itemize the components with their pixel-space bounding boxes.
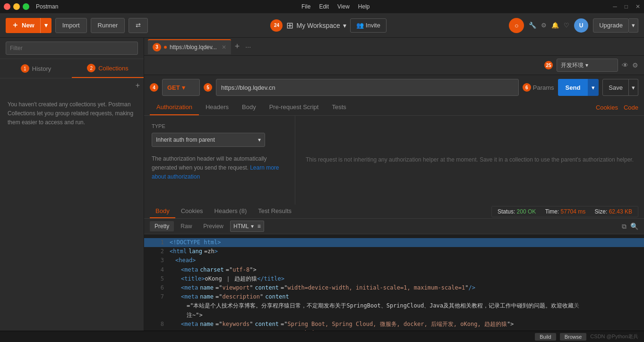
auth-description: The authorization header will be automat… xyxy=(152,154,287,182)
tab-close-icon[interactable]: ✕ xyxy=(222,44,226,51)
close-btn[interactable]: ✕ xyxy=(635,3,640,10)
code-line-1: 1 <!DOCTYPE html> xyxy=(144,238,644,247)
tab-modified-dot xyxy=(164,46,167,49)
code-actions: ⧉ 🔍 xyxy=(622,222,638,231)
time-label: Time: xyxy=(545,208,559,215)
status-label: Status: xyxy=(498,208,515,215)
settings-icon[interactable]: ⚙ xyxy=(541,22,547,29)
runner-button[interactable]: Runner xyxy=(91,18,125,33)
restore-btn[interactable]: □ xyxy=(625,3,628,10)
watermark: CSDN @Python老兵 xyxy=(590,333,638,340)
env-selector[interactable]: 开发环境 ▾ xyxy=(557,59,618,72)
workspace-center: 24 ⊞ My Workspace ▾ 👥 Invite xyxy=(152,18,505,33)
code-line-2: 2 <html lang=zh> xyxy=(144,247,644,256)
workspace-selector[interactable]: ⊞ My Workspace ▾ xyxy=(286,20,346,31)
env-gear-button[interactable]: ⚙ xyxy=(632,61,638,69)
toolbar: ＋ New ▾ Import Runner ⇄ 24 ⊞ My Workspac… xyxy=(0,13,644,38)
code-line-9: 9 <meta property="og:type" content="webs… xyxy=(144,329,644,331)
workspace-name: My Workspace xyxy=(296,22,340,29)
history-label: History xyxy=(32,65,51,72)
upgrade-dropdown[interactable]: ▾ xyxy=(629,18,638,33)
resp-tab-body[interactable]: Body xyxy=(150,205,175,218)
request-subtabs: Authorization Headers Body Pre-request S… xyxy=(144,100,644,116)
request-tab[interactable]: 3 https://blog.lqdev... ✕ xyxy=(148,39,231,54)
maximize-icon[interactable] xyxy=(23,3,29,10)
bell-icon[interactable]: 🔔 xyxy=(551,22,559,29)
code-format-selector[interactable]: HTML ▾ ≡ xyxy=(230,221,264,232)
save-button[interactable]: Save xyxy=(602,79,629,96)
tab-tests[interactable]: Tests xyxy=(325,100,352,115)
resp-tab-cookies[interactable]: Cookies xyxy=(175,205,209,218)
browse-button[interactable]: Browse xyxy=(560,333,587,341)
tab-body[interactable]: Body xyxy=(235,100,263,115)
auth-right-panel: This request is not inheriting any autho… xyxy=(295,116,644,205)
sidebar-tab-collections[interactable]: 2 Collections xyxy=(72,59,144,78)
save-dropdown[interactable]: ▾ xyxy=(629,79,638,96)
cookies-link[interactable]: Cookies xyxy=(596,104,618,111)
avatar[interactable]: U xyxy=(574,18,588,33)
code-line-5: 5 <title> oKong ｜ 趋超的猿 </title> xyxy=(144,274,644,283)
more-tabs-button[interactable]: ··· xyxy=(243,43,253,51)
code-search-button[interactable]: 🔍 xyxy=(630,222,638,231)
history-num-badge: 1 xyxy=(21,64,29,73)
request-bar: 4 GET ▾ 5 6 Params Send ▾ Save ▾ xyxy=(144,75,644,100)
menu-view[interactable]: View xyxy=(334,0,353,13)
code-tab-pretty[interactable]: Pretty xyxy=(150,221,174,231)
url-input[interactable] xyxy=(216,79,519,96)
menu-edit[interactable]: Edit xyxy=(315,0,333,13)
tab-authorization[interactable]: Authorization xyxy=(150,100,199,115)
import-button[interactable]: Import xyxy=(55,18,87,33)
sidebar-tabs: 1 History 2 Collections xyxy=(0,59,144,78)
code-line-7a: 7 <meta name="description" content xyxy=(144,292,644,301)
tab-headers[interactable]: Headers xyxy=(199,100,235,115)
minimize-btn[interactable]: ─ xyxy=(613,3,617,10)
minimize-icon[interactable] xyxy=(13,3,20,10)
code-copy-button[interactable]: ⧉ xyxy=(622,222,627,231)
auth-left-panel: TYPE Inherit auth from parent ▾ The auth… xyxy=(144,116,295,205)
add-tab-button[interactable]: + xyxy=(233,42,242,51)
sidebar-tab-history[interactable]: 1 History xyxy=(0,59,72,78)
sidebar-search-area xyxy=(0,38,144,59)
close-icon[interactable] xyxy=(4,3,10,10)
menu-bar: File Edit View Help xyxy=(298,0,374,13)
code-tab-preview[interactable]: Preview xyxy=(198,221,228,231)
menu-file[interactable]: File xyxy=(298,0,314,13)
code-line-7b: ="本站是个人技术分享博客。分享程序猿日常，不定期发布关于SpringBoot、… xyxy=(144,301,644,310)
tab-prerequest[interactable]: Pre-request Script xyxy=(263,100,326,115)
send-group: Send ▾ xyxy=(558,79,599,96)
env-name: 开发环境 xyxy=(561,61,584,69)
search-input[interactable] xyxy=(6,42,138,55)
collections-num-badge: 2 xyxy=(87,64,95,72)
method-value: GET xyxy=(167,84,180,91)
response-status-bar: Status: 200 OK Time: 57704 ms Size: 62.4… xyxy=(491,206,638,217)
sidebar: 1 History 2 Collections + You haven't cr… xyxy=(0,38,144,331)
auth-type-selector[interactable]: Inherit auth from parent ▾ xyxy=(152,133,265,147)
env-eye-button[interactable]: 👁 xyxy=(622,61,628,69)
url-num-badge: 5 xyxy=(204,83,212,92)
method-dropdown-icon: ▾ xyxy=(182,84,185,91)
invite-button[interactable]: 👥 Invite xyxy=(350,18,386,33)
intercept-button[interactable]: ⇄ xyxy=(129,18,148,33)
send-dropdown[interactable]: ▾ xyxy=(588,79,599,96)
build-button[interactable]: Build xyxy=(535,333,556,341)
new-collection-button[interactable]: + xyxy=(136,81,140,90)
new-button[interactable]: ＋ New ▾ xyxy=(6,18,52,33)
code-tab-raw[interactable]: Raw xyxy=(176,221,197,231)
code-link[interactable]: Code xyxy=(624,104,638,111)
upgrade-button[interactable]: Upgrade xyxy=(593,18,629,33)
new-dropdown-arrow[interactable]: ▾ xyxy=(41,18,52,33)
auth-content: TYPE Inherit auth from parent ▾ The auth… xyxy=(144,116,644,205)
send-button[interactable]: Send xyxy=(558,79,588,96)
save-group: Save ▾ xyxy=(602,79,638,96)
params-button[interactable]: 6 Params xyxy=(523,83,554,92)
notification-icon[interactable]: 🔧 xyxy=(529,22,536,29)
resp-tab-headers[interactable]: Headers (8) xyxy=(209,205,253,218)
method-selector[interactable]: GET ▾ xyxy=(162,79,200,96)
resp-tab-test-results[interactable]: Test Results xyxy=(252,205,297,218)
menu-help[interactable]: Help xyxy=(354,0,374,13)
sidebar-empty-message: You haven't created any collections yet.… xyxy=(0,93,144,135)
code-line-4: 4 <meta charset="utf-8"> xyxy=(144,265,644,274)
main-layout: 1 History 2 Collections + You haven't cr… xyxy=(0,38,644,331)
heart-icon[interactable]: ♡ xyxy=(564,22,569,29)
code-viewer-tabs: Pretty Raw Preview HTML ▾ ≡ ⧉ 🔍 xyxy=(144,219,644,234)
